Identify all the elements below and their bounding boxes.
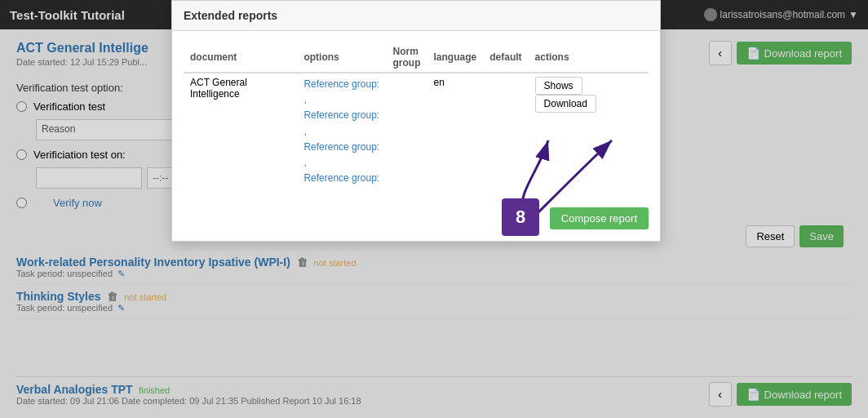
report-table: document options Normgroup language defa… [184,42,649,189]
cell-options: Reference group: , Reference group: , Re… [297,73,386,189]
col-normgroup: Normgroup [387,42,427,73]
ref-group-2: Reference group: , [303,108,379,139]
modal-header: Extended reports [172,1,660,31]
cell-default [483,73,528,189]
modal-body: document options Normgroup language defa… [172,31,660,201]
col-default: default [483,42,528,73]
modal-footer: Compose report [172,201,660,241]
cell-normgroup [387,73,427,189]
doc-name: ACT General Intelligence [190,77,247,100]
cell-actions: Shows Download [529,73,649,189]
annotation-number: 8 [516,207,525,228]
ref-group-3: Reference group: , [303,140,379,171]
ref-group-4: Reference group: [303,171,379,186]
shows-button[interactable]: Shows [535,77,582,95]
cell-language: en [427,73,484,189]
col-actions: actions [529,42,649,73]
col-options: options [297,42,386,73]
col-language: language [427,42,484,73]
compose-report-button[interactable]: Compose report [550,207,649,229]
annotation-badge-8: 8 [502,198,539,236]
ref-group-1: Reference group: , [303,77,379,108]
extended-reports-modal: Extended reports document options Normgr… [171,0,661,242]
download-button[interactable]: Download [535,95,596,113]
col-document: document [184,42,297,73]
table-row: ACT General Intelligence Reference group… [184,73,649,189]
cell-document: ACT General Intelligence [184,73,297,189]
